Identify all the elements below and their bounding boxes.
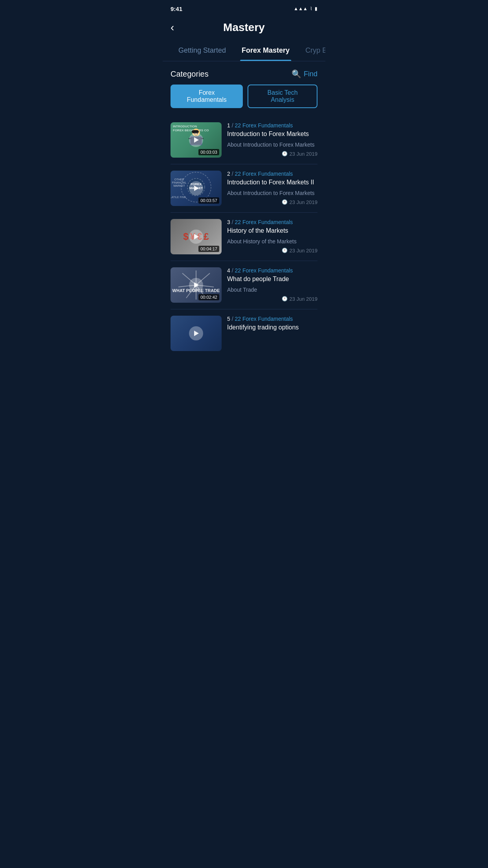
play-icon bbox=[194, 186, 199, 191]
lesson-date: 🕐 23 Jun 2019 bbox=[282, 199, 317, 205]
search-icon: 🔍 bbox=[292, 69, 301, 79]
page-header: ‹ Mastery bbox=[163, 17, 325, 42]
lesson-info: 2 / 22 Forex Fundamentals Introduction t… bbox=[227, 171, 317, 206]
lesson-category: 22 Forex Fundamentals bbox=[235, 171, 293, 177]
lesson-number: 4 bbox=[227, 267, 230, 274]
lesson-date: 🕐 23 Jun 2019 bbox=[282, 151, 317, 157]
signal-icon: ▲▲▲ bbox=[294, 6, 308, 11]
play-button[interactable] bbox=[189, 326, 203, 340]
play-icon bbox=[194, 234, 199, 239]
find-button[interactable]: 🔍 Find bbox=[292, 69, 317, 79]
lesson-item[interactable]: FOREX MARKET OTHER FINANCIAL MARKET VOLA… bbox=[171, 164, 317, 213]
thumbnail-bg bbox=[171, 316, 222, 351]
thumbnail-bg: WHAT PEOPLE TRADE 00:02:42 bbox=[171, 267, 222, 303]
lesson-thumbnail: FOREX MARKET OTHER FINANCIAL MARKET VOLA… bbox=[171, 171, 222, 206]
clock-icon: 🕐 bbox=[282, 248, 288, 253]
filter-basic-tech-analysis[interactable]: Basic Tech Analysis bbox=[248, 85, 317, 108]
lesson-thumbnail: WHAT PEOPLE TRADE 00:02:42 bbox=[171, 267, 222, 303]
filter-forex-fundamentals[interactable]: Forex Fundamentals bbox=[171, 85, 243, 108]
thumbnail-bg: $ ¥ € £ 00:04:17 bbox=[171, 219, 222, 254]
find-label: Find bbox=[304, 70, 317, 78]
lesson-number-category: 1 / 22 Forex Fundamentals bbox=[227, 122, 317, 129]
lesson-title: What do people Trade bbox=[227, 275, 317, 283]
svg-text:VOLATILE FINA: VOLATILE FINA bbox=[171, 196, 186, 199]
lesson-number-category: 3 / 22 Forex Fundamentals bbox=[227, 219, 317, 225]
lesson-number: 1 bbox=[227, 122, 230, 129]
thumbnail-bg: FOREX MARKET OTHER FINANCIAL MARKET VOLA… bbox=[171, 171, 222, 206]
lesson-thumbnail: INTRODUCTIONFOREX BEGINNERS CO 00:03:03 bbox=[171, 122, 222, 158]
lesson-thumbnail: $ ¥ € £ 00:04:17 bbox=[171, 219, 222, 254]
tab-crypto-block[interactable]: Cryp Block bbox=[297, 42, 325, 61]
tab-getting-started[interactable]: Getting Started bbox=[171, 42, 234, 61]
play-button[interactable] bbox=[189, 133, 203, 147]
lesson-number-category: 4 / 22 Forex Fundamentals bbox=[227, 267, 317, 274]
lesson-info: 4 / 22 Forex Fundamentals What do people… bbox=[227, 267, 317, 303]
lesson-description: About Introduction to Forex Markets bbox=[227, 190, 317, 196]
lesson-date: 🕐 23 Jun 2019 bbox=[282, 248, 317, 254]
duration-badge: 00:04:17 bbox=[198, 246, 219, 252]
status-time: 9:41 bbox=[171, 6, 182, 12]
lesson-info: 1 / 22 Forex Fundamentals Introduction t… bbox=[227, 122, 317, 158]
lesson-number: 3 bbox=[227, 219, 230, 225]
lesson-item[interactable]: INTRODUCTIONFOREX BEGINNERS CO 00:03:03 bbox=[171, 116, 317, 164]
lesson-number: 2 bbox=[227, 171, 230, 177]
duration-badge: 00:03:03 bbox=[198, 149, 219, 155]
lesson-number-category: 2 / 22 Forex Fundamentals bbox=[227, 171, 317, 177]
lesson-title: Identifying trading options bbox=[227, 324, 317, 332]
lesson-item[interactable]: WHAT PEOPLE TRADE 00:02:42 4 / 22 Forex … bbox=[171, 261, 317, 309]
tab-forex-mastery[interactable]: Forex Mastery bbox=[234, 42, 297, 61]
lesson-title: History of the Markets bbox=[227, 227, 317, 235]
play-icon bbox=[194, 331, 199, 336]
battery-icon: ▮ bbox=[315, 6, 317, 11]
clock-icon: 🕐 bbox=[282, 296, 288, 302]
svg-text:FINANCIAL: FINANCIAL bbox=[172, 181, 187, 184]
play-icon bbox=[194, 282, 199, 288]
lesson-description: About Introduction to Forex Markets bbox=[227, 142, 317, 148]
lesson-thumbnail bbox=[171, 316, 222, 351]
lesson-category: 22 Forex Fundamentals bbox=[235, 316, 293, 322]
lesson-title: Introduction to Forex Markets II bbox=[227, 178, 317, 187]
page-title: Mastery bbox=[223, 21, 265, 34]
lesson-description: About History of the Markets bbox=[227, 238, 317, 245]
lesson-date: 🕐 23 Jun 2019 bbox=[282, 296, 317, 302]
tabs-container: Getting Started Forex Mastery Cryp Block bbox=[163, 42, 325, 61]
status-bar: 9:41 ▲▲▲ ⌇ ▮ bbox=[163, 0, 325, 17]
clock-icon: 🕐 bbox=[282, 151, 288, 156]
page-bottom bbox=[163, 357, 325, 373]
lesson-number: 5 bbox=[227, 316, 230, 322]
categories-label: Categories bbox=[171, 70, 209, 79]
play-button[interactable] bbox=[189, 230, 203, 244]
lesson-info: 3 / 22 Forex Fundamentals History of the… bbox=[227, 219, 317, 254]
lesson-item[interactable]: $ ¥ € £ 00:04:17 3 / 22 Forex Fundamenta… bbox=[171, 213, 317, 261]
lessons-list: INTRODUCTIONFOREX BEGINNERS CO 00:03:03 bbox=[163, 116, 325, 357]
lesson-category: 22 Forex Fundamentals bbox=[235, 122, 293, 129]
section-header: Categories 🔍 Find bbox=[163, 61, 325, 85]
play-button[interactable] bbox=[189, 181, 203, 195]
pound-symbol: £ bbox=[204, 231, 209, 242]
duration-badge: 00:02:42 bbox=[198, 294, 219, 300]
back-button[interactable]: ‹ bbox=[171, 22, 174, 33]
lesson-category: 22 Forex Fundamentals bbox=[235, 267, 293, 274]
duration-badge: 00:03:57 bbox=[198, 197, 219, 204]
wifi-icon: ⌇ bbox=[310, 6, 312, 11]
what-trade-text: WHAT PEOPLE TRADE bbox=[172, 288, 220, 293]
thumbnail-bg: INTRODUCTIONFOREX BEGINNERS CO 00:03:03 bbox=[171, 122, 222, 158]
lesson-title: Introduction to Forex Markets bbox=[227, 130, 317, 138]
status-icons: ▲▲▲ ⌇ ▮ bbox=[294, 6, 317, 11]
lesson-info: 5 / 22 Forex Fundamentals Identifying tr… bbox=[227, 316, 317, 351]
svg-text:MARKET: MARKET bbox=[173, 184, 185, 187]
lesson-number-category: 5 / 22 Forex Fundamentals bbox=[227, 316, 317, 322]
filter-tabs: Forex Fundamentals Basic Tech Analysis bbox=[163, 85, 325, 116]
play-icon bbox=[194, 137, 199, 143]
svg-text:OTHER: OTHER bbox=[174, 178, 184, 181]
lesson-item[interactable]: 5 / 22 Forex Fundamentals Identifying tr… bbox=[171, 309, 317, 357]
dollar-symbol: $ bbox=[183, 231, 188, 242]
clock-icon: 🕐 bbox=[282, 199, 288, 205]
lesson-category: 22 Forex Fundamentals bbox=[235, 219, 293, 225]
lesson-description: About Trade bbox=[227, 287, 317, 293]
